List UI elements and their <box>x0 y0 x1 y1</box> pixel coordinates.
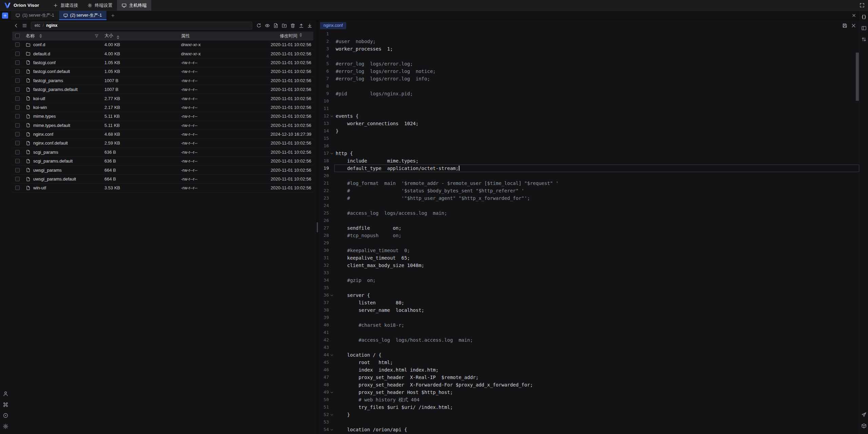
filter-button[interactable] <box>94 33 100 39</box>
file-row-scgi_params[interactable]: scgi_params 636 B -rw-r--r-- 2020-11-01 … <box>12 148 313 157</box>
code-line-23[interactable]: 23 # '"$http_user_agent" "$http_x_forwar… <box>319 194 859 202</box>
send-command-button[interactable] <box>860 411 868 419</box>
sort-size-button[interactable] <box>117 35 119 39</box>
code-line-24[interactable]: 24 <box>319 202 859 209</box>
code-line-46[interactable]: 46 index index.html index.htm; <box>319 366 859 374</box>
code-line-25[interactable]: 25 #access_log logs/access.log main; <box>319 209 859 217</box>
row-checkbox[interactable] <box>15 159 20 163</box>
new-file-button[interactable] <box>272 22 279 29</box>
code-line-43[interactable]: 43 <box>319 344 859 351</box>
download-button[interactable] <box>306 22 313 29</box>
code-line-27[interactable]: 27 sendfile on; <box>319 224 859 232</box>
code-line-16[interactable]: 16 <box>319 142 859 150</box>
code-line-33[interactable]: 33 <box>319 269 859 277</box>
code-line-20[interactable]: 20 <box>319 172 859 180</box>
code-line-26[interactable]: 26 <box>319 217 859 224</box>
code-line-45[interactable]: 45 root html; <box>319 359 859 366</box>
breadcrumb-segment[interactable]: nginx <box>46 23 57 28</box>
code-line-38[interactable]: 38 server_name localhost; <box>319 306 859 314</box>
code-line-4[interactable]: 4 <box>319 53 859 60</box>
user-button[interactable] <box>0 390 11 397</box>
row-checkbox[interactable] <box>15 114 20 118</box>
row-checkbox[interactable] <box>15 87 20 92</box>
code-line-18[interactable]: 18 include mime.types; <box>319 157 859 165</box>
code-line-31[interactable]: 31 keepalive_timeout 65; <box>319 254 859 262</box>
theme-button[interactable] <box>0 412 11 419</box>
transfer-list-button[interactable] <box>860 35 868 43</box>
code-line-44[interactable]: 44 location / { <box>319 351 859 359</box>
code-line-11[interactable]: 11 <box>319 105 859 112</box>
code-line-10[interactable]: 10 <box>319 97 859 105</box>
code-line-19[interactable]: 19 default_type application/octet-stream… <box>319 165 859 172</box>
save-file-button[interactable] <box>841 22 848 29</box>
file-row-mime.types[interactable]: mime.types 5.11 KB -rw-r--r-- 2020-11-01… <box>12 112 313 121</box>
file-row-mime.types.default[interactable]: mime.types.default 5.11 KB -rw-r--r-- 20… <box>12 121 313 130</box>
code-line-40[interactable]: 40 #charset koi8-r; <box>319 321 859 329</box>
topbar-item-new-connection[interactable]: 新建连接 <box>48 0 83 11</box>
fold-chevron-icon[interactable] <box>329 152 334 155</box>
code-line-41[interactable]: 41 <box>319 329 859 336</box>
terminal-tab-2[interactable]: (2) server-生产-1 <box>59 11 107 20</box>
terminal-tab-1[interactable]: (1) server-生产-1 <box>11 11 59 20</box>
upload-button[interactable] <box>297 22 305 29</box>
file-row-conf.d[interactable]: conf.d 4.00 KB drwxr-xr-x 2020-11-01 10:… <box>12 40 313 49</box>
refresh-button[interactable] <box>255 22 262 29</box>
file-row-uwsgi_params.default[interactable]: uwsgi_params.default 664 B -rw-r--r-- 20… <box>12 175 313 184</box>
code-line-42[interactable]: 42 #access_log logs/host.access.log main… <box>319 336 859 344</box>
code-line-52[interactable]: 52 } <box>319 411 859 418</box>
row-checkbox[interactable] <box>15 78 20 83</box>
editor-view-button[interactable] <box>860 13 868 21</box>
file-row-fastcgi_params[interactable]: fastcgi_params 1007 B -rw-r--r-- 2020-11… <box>12 76 313 85</box>
topbar-item-terminal-settings[interactable]: 终端设置 <box>83 0 117 11</box>
code-line-14[interactable]: 14 } <box>319 127 859 135</box>
fold-chevron-icon[interactable] <box>329 294 334 297</box>
code-line-7[interactable]: 7 #error_log logs/error.log info; <box>319 75 859 82</box>
file-row-nginx.conf.default[interactable]: nginx.conf.default 2.59 KB -rw-r--r-- 20… <box>12 139 313 148</box>
breadcrumb-segment[interactable]: etc <box>35 23 40 28</box>
code-line-2[interactable]: 2 #user nobody; <box>319 38 859 45</box>
row-checkbox[interactable] <box>15 132 20 136</box>
code-line-32[interactable]: 32 client_max_body_size 1048m; <box>319 262 859 269</box>
code-line-36[interactable]: 36 server { <box>319 291 859 299</box>
code-line-35[interactable]: 35 <box>319 284 859 291</box>
fold-chevron-icon[interactable] <box>329 391 334 394</box>
code-line-47[interactable]: 47 proxy_set_header X-Real-IP $remote_ad… <box>319 374 859 381</box>
code-line-13[interactable]: 13 worker_connections 1024; <box>319 120 859 127</box>
code-line-37[interactable]: 37 listen 80; <box>319 299 859 306</box>
code-line-17[interactable]: 17 http { <box>319 150 859 157</box>
code-line-54[interactable]: 54 location /orion/api { <box>319 426 859 433</box>
close-editor-button[interactable] <box>850 22 857 29</box>
shortcuts-button[interactable] <box>0 401 11 408</box>
file-row-koi-win[interactable]: koi-win 2.17 KB -rw-r--r-- 2020-11-01 10… <box>12 103 313 112</box>
code-line-8[interactable]: 8 <box>319 82 859 90</box>
code-line-53[interactable]: 53 <box>319 418 859 426</box>
code-line-51[interactable]: 51 try_files $uri $uri/ /index.html; <box>319 403 859 411</box>
code-line-39[interactable]: 39 <box>319 314 859 321</box>
code-line-9[interactable]: 9 #pid logs/nginx.pid; <box>319 90 859 97</box>
code-line-30[interactable]: 30 #keepalive_timeout 0; <box>319 247 859 254</box>
row-checkbox[interactable] <box>15 141 20 145</box>
code-line-28[interactable]: 28 #tcp_nopush on; <box>319 232 859 239</box>
code-line-34[interactable]: 34 #gzip on; <box>319 277 859 284</box>
back-button[interactable] <box>12 22 20 29</box>
file-row-fastcgi.conf.default[interactable]: fastcgi.conf.default 1.05 KB -rw-r--r-- … <box>12 67 313 76</box>
code-line-50[interactable]: 50 # web history 模式 404 <box>319 396 859 403</box>
fold-chevron-icon[interactable] <box>329 428 334 432</box>
row-checkbox[interactable] <box>15 123 20 128</box>
file-row-default.d[interactable]: default.d 4.00 KB drwxr-xr-x 2020-11-01 … <box>12 49 313 58</box>
row-checkbox[interactable] <box>15 177 20 181</box>
code-editor[interactable]: 1 2 #user nobody; 3 worker_processes 1; … <box>319 30 859 434</box>
file-row-fastcgi_params.default[interactable]: fastcgi_params.default 1007 B -rw-r--r--… <box>12 85 313 94</box>
select-all-checkbox[interactable] <box>15 34 20 38</box>
show-hidden-button[interactable] <box>263 22 271 29</box>
row-checkbox[interactable] <box>15 52 20 56</box>
file-panel-button[interactable] <box>860 24 868 32</box>
sort-name-button[interactable] <box>39 34 42 38</box>
fullscreen-button[interactable] <box>856 0 868 11</box>
new-folder-button[interactable] <box>280 22 288 29</box>
row-checkbox[interactable] <box>15 42 20 47</box>
row-checkbox[interactable] <box>15 150 20 154</box>
code-line-12[interactable]: 12 events { <box>319 112 859 120</box>
file-row-uwsgi_params[interactable]: uwsgi_params 664 B -rw-r--r-- 2020-11-01… <box>12 166 313 174</box>
code-line-5[interactable]: 5 #error_log logs/error.log; <box>319 60 859 68</box>
